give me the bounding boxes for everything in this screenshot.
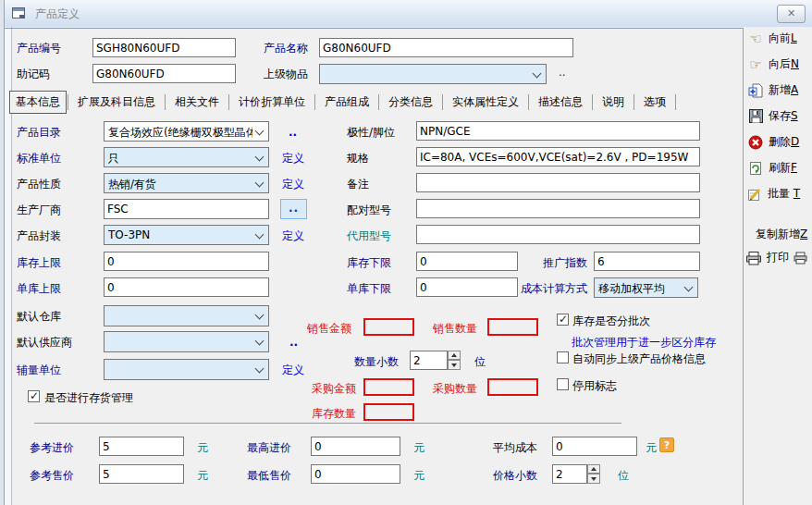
spec-input[interactable] bbox=[416, 147, 700, 166]
batch-button[interactable]: 批量 T bbox=[746, 186, 800, 202]
substitute-model-input[interactable] bbox=[416, 225, 700, 244]
avg-cost-input[interactable] bbox=[552, 437, 637, 456]
package-select[interactable]: TO-3PN bbox=[104, 225, 269, 245]
aux-unit-define-link[interactable]: 定义 bbox=[282, 363, 304, 376]
sales-amount-box bbox=[363, 318, 414, 336]
auto-sync-checkbox[interactable] bbox=[557, 351, 569, 363]
stock-lower-input[interactable] bbox=[416, 252, 518, 271]
stock-qty-box bbox=[363, 403, 414, 421]
chevron-down-icon bbox=[255, 311, 265, 320]
tab-separator bbox=[314, 94, 315, 110]
help-icon[interactable]: ? bbox=[659, 437, 674, 452]
tab-related-files[interactable]: 相关文件 bbox=[166, 92, 228, 113]
tab-description-info[interactable]: 描述信息 bbox=[530, 92, 591, 113]
delete-button[interactable]: 删除D bbox=[747, 134, 799, 150]
substitute-model-label: 代用型号 bbox=[347, 229, 391, 242]
backward-text: 向后 bbox=[769, 57, 791, 70]
qty-decimals-input[interactable] bbox=[410, 351, 448, 370]
default-supplier-select[interactable] bbox=[104, 331, 269, 352]
tab-entity-attribute-definition[interactable]: 实体属性定义 bbox=[444, 92, 527, 113]
polarity-input[interactable] bbox=[416, 121, 700, 141]
tab-extended-subject-info[interactable]: 扩展及科目信息 bbox=[69, 92, 164, 113]
add-new-button[interactable]: 新增A bbox=[747, 82, 798, 98]
tab-notes[interactable]: 说明 bbox=[594, 92, 633, 113]
standard-unit-define-link[interactable]: 定义 bbox=[282, 152, 304, 165]
avg-cost-label: 平均成本 bbox=[493, 441, 537, 454]
print-button[interactable]: 打印 bbox=[745, 250, 808, 265]
sales-qty-label: 销售数量 bbox=[433, 322, 477, 335]
manufacturer-input[interactable] bbox=[104, 199, 269, 219]
remark-label: 备注 bbox=[347, 178, 369, 191]
backward-button[interactable]: ☞ 向后N bbox=[747, 56, 799, 72]
product-code-input[interactable] bbox=[92, 38, 236, 57]
mnemonic-input[interactable] bbox=[92, 64, 236, 83]
forward-key: L bbox=[791, 31, 797, 44]
spinner-down-icon[interactable] bbox=[448, 360, 461, 370]
title-bar[interactable]: 产品定义 ✕ bbox=[5, 0, 812, 27]
standard-unit-value: 只 bbox=[108, 151, 252, 166]
max-purchase-label: 最高进价 bbox=[247, 441, 291, 454]
promotion-index-input[interactable] bbox=[594, 252, 700, 271]
forward-button[interactable]: ☜ 向前L bbox=[747, 31, 797, 46]
save-button[interactable]: 保存S bbox=[747, 108, 798, 124]
aux-unit-select[interactable] bbox=[104, 359, 269, 380]
spinner-up-icon[interactable] bbox=[448, 351, 461, 360]
spinner-down-icon[interactable] bbox=[587, 474, 600, 484]
nature-define-link[interactable]: 定义 bbox=[282, 178, 304, 191]
catalog-label: 产品目录 bbox=[17, 126, 61, 139]
qty-decimals-spinner[interactable] bbox=[448, 351, 461, 370]
price-decimals-input[interactable] bbox=[552, 464, 587, 484]
tab-basic-info[interactable]: 基本信息 bbox=[9, 91, 67, 114]
product-name-input[interactable] bbox=[319, 38, 573, 57]
default-warehouse-select[interactable] bbox=[104, 305, 269, 326]
parent-item-more-link[interactable]: .. bbox=[559, 66, 566, 79]
batch-managed-checkbox[interactable] bbox=[557, 314, 569, 326]
max-purchase-unit: 元 bbox=[413, 441, 424, 454]
min-sale-input[interactable] bbox=[311, 464, 400, 484]
tab-separator bbox=[378, 94, 379, 110]
delete-icon bbox=[747, 135, 764, 150]
refresh-button[interactable]: 刷新F bbox=[747, 160, 797, 176]
standard-unit-select[interactable]: 只 bbox=[104, 147, 269, 167]
parent-item-select[interactable] bbox=[319, 64, 547, 84]
tab-classification-info[interactable]: 分类信息 bbox=[380, 92, 441, 113]
copy-add-button[interactable]: 复制新增Z bbox=[756, 227, 807, 242]
catalog-more-link[interactable]: .. bbox=[289, 126, 297, 139]
package-define-link[interactable]: 定义 bbox=[282, 229, 304, 242]
tab-product-composition[interactable]: 产品组成 bbox=[316, 92, 377, 113]
catalog-value: 复合场效应(绝缘栅双极型晶体管 bbox=[108, 125, 252, 141]
catalog-select[interactable]: 复合场效应(绝缘栅双极型晶体管 bbox=[104, 121, 269, 142]
window-icon bbox=[12, 7, 26, 22]
cost-method-select[interactable]: 移动加权平均 bbox=[594, 277, 698, 298]
tab-separator bbox=[165, 94, 166, 110]
tab-pricing-conversion-unit[interactable]: 计价折算单位 bbox=[230, 92, 314, 113]
backward-button-label: 向后N bbox=[769, 56, 799, 72]
purchase-qty-label: 采购数量 bbox=[433, 382, 477, 395]
default-supplier-more-link[interactable]: .. bbox=[289, 336, 298, 349]
new-icon bbox=[747, 83, 764, 98]
disabled-flag-label: 停用标志 bbox=[572, 379, 617, 392]
inventory-managed-checkbox[interactable] bbox=[28, 390, 40, 402]
ref-sale-input[interactable] bbox=[99, 464, 184, 484]
manufacturer-more-button[interactable]: .. bbox=[280, 199, 307, 219]
cost-method-value: 移动加权平均 bbox=[598, 281, 682, 297]
nature-select[interactable]: 热销/有货 bbox=[104, 173, 269, 193]
batch-text: 批量 bbox=[768, 187, 790, 200]
remark-input[interactable] bbox=[416, 173, 700, 192]
single-store-upper-input[interactable] bbox=[104, 277, 269, 297]
stock-upper-input[interactable] bbox=[104, 252, 269, 271]
paired-model-label: 配对型号 bbox=[347, 203, 391, 216]
promotion-index-label: 推广指数 bbox=[543, 256, 587, 269]
aux-unit-label: 辅量单位 bbox=[17, 363, 61, 376]
parent-item-label: 上级物品 bbox=[264, 68, 308, 80]
ref-purchase-input[interactable] bbox=[99, 437, 184, 456]
tab-options[interactable]: 选项 bbox=[635, 92, 674, 113]
price-decimals-spinner[interactable] bbox=[587, 464, 600, 484]
single-store-lower-input[interactable] bbox=[416, 277, 518, 297]
close-button[interactable]: ✕ bbox=[777, 5, 806, 23]
cost-method-label: 成本计算方式 bbox=[521, 282, 587, 295]
paired-model-input[interactable] bbox=[416, 199, 700, 218]
disabled-flag-checkbox[interactable] bbox=[557, 378, 569, 390]
spinner-up-icon[interactable] bbox=[587, 464, 600, 474]
max-purchase-input[interactable] bbox=[311, 437, 400, 456]
